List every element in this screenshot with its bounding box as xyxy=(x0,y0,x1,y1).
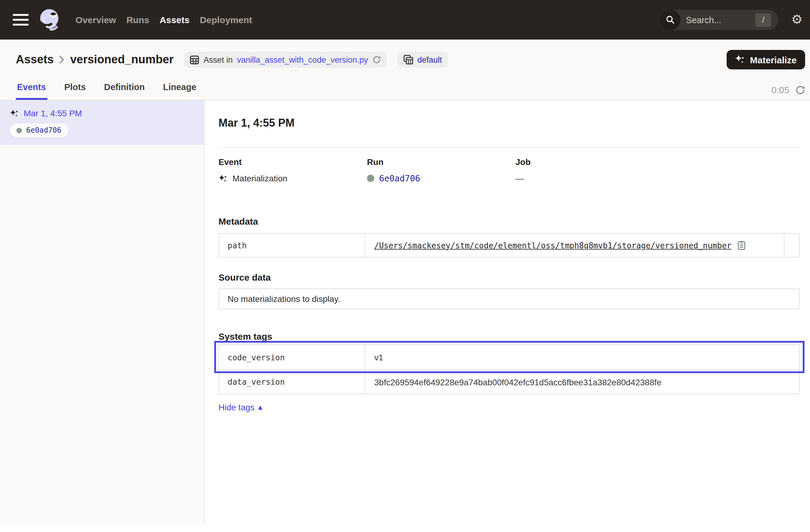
event-timestamp: Mar 1, 4:55 PM xyxy=(24,108,82,118)
hamburger-menu-icon[interactable] xyxy=(13,14,29,26)
page-title: versioned_number xyxy=(70,53,174,66)
tab-plots[interactable]: Plots xyxy=(63,82,87,100)
nav-menu: Overview Runs Assets Deployment xyxy=(76,15,252,25)
top-nav: Overview Runs Assets Deployment / ⚙ xyxy=(0,0,810,39)
source-data-heading: Source data xyxy=(218,272,800,283)
event-type-label: Materialization xyxy=(232,174,288,183)
hide-tags-link[interactable]: Hide tags ▲ xyxy=(218,402,262,412)
repo-icon xyxy=(404,55,413,65)
materialization-sparkle-icon xyxy=(218,174,228,183)
chevron-right-icon xyxy=(59,55,65,64)
run-id-link[interactable]: 6e0ad706 xyxy=(379,174,420,183)
metadata-section: Metadata path /Users/smackesey/stm/code/… xyxy=(218,216,800,257)
run-status-dot xyxy=(367,175,374,182)
breadcrumb-assets-link[interactable]: Assets xyxy=(16,53,54,66)
tag-key-cell: code_version xyxy=(219,345,365,370)
system-tags-heading: System tags xyxy=(218,331,800,341)
table-row: code_version v1 xyxy=(219,345,799,370)
tag-value-cell: 3bfc269594ef649228e9a74bab00f042efc91d5a… xyxy=(365,370,799,394)
search-icon xyxy=(660,10,680,30)
job-column-header: Job xyxy=(516,157,800,167)
event-column-header: Event xyxy=(218,157,367,167)
caret-up-icon: ▲ xyxy=(258,404,262,410)
run-status-dot xyxy=(16,128,22,133)
source-data-section: Source data No materializations to displ… xyxy=(218,272,800,309)
tab-bar: Events Plots Definition Lineage 0:05 xyxy=(0,72,810,100)
refresh-icon[interactable] xyxy=(795,85,805,95)
tag-key-cell: data_version xyxy=(219,370,365,394)
system-tags-section: System tags code_version v1 data_version… xyxy=(218,331,800,413)
event-type-value: Materialization xyxy=(218,174,367,183)
run-column-header: Run xyxy=(367,157,516,167)
tab-lineage[interactable]: Lineage xyxy=(162,82,198,100)
refresh-countdown: 0:05 xyxy=(772,85,789,95)
materialize-button[interactable]: Materialize xyxy=(727,50,805,69)
metadata-heading: Metadata xyxy=(218,216,800,226)
event-detail-panel: Mar 1, 4:55 PM Event Run Job Materializa… xyxy=(205,100,810,523)
divider xyxy=(218,147,800,148)
job-value: — xyxy=(516,174,800,183)
sparkle-icon xyxy=(735,55,745,65)
nav-item-assets[interactable]: Assets xyxy=(159,15,189,25)
nav-item-runs[interactable]: Runs xyxy=(126,15,149,25)
run-value: 6e0ad706 xyxy=(367,174,516,183)
materialize-label: Materialize xyxy=(750,54,797,65)
run-id-label: 6e0ad706 xyxy=(26,126,62,134)
source-data-empty-message: No materializations to display. xyxy=(218,289,800,309)
materialization-sparkle-icon xyxy=(10,109,19,118)
page-header: Assets versioned_number Asset in vanilla… xyxy=(0,39,810,100)
search-shortcut-key: / xyxy=(755,13,771,27)
tag-value-cell: v1 xyxy=(365,345,799,370)
path-link[interactable]: /Users/smackesey/stm/code/elementl/oss/t… xyxy=(374,241,731,250)
search-box[interactable]: / xyxy=(660,10,778,30)
event-list-sidebar: Mar 1, 4:55 PM 6e0ad706 xyxy=(0,100,205,523)
metadata-expand-cell xyxy=(784,234,799,257)
asset-file-link[interactable]: vanilla_asset_with_code_version.py xyxy=(237,55,368,64)
reload-definition-icon[interactable] xyxy=(372,55,381,64)
event-summary: Event Run Job Materialization 6e xyxy=(218,157,800,183)
metadata-table: path /Users/smackesey/stm/code/elementl/… xyxy=(218,233,800,257)
tab-events[interactable]: Events xyxy=(16,82,47,100)
metadata-key-cell: path xyxy=(219,234,365,257)
app-window: Overview Runs Assets Deployment / ⚙ Asse… xyxy=(0,0,810,532)
nav-item-overview[interactable]: Overview xyxy=(76,15,116,25)
event-list-item[interactable]: Mar 1, 4:55 PM 6e0ad706 xyxy=(0,100,204,145)
system-tags-table: code_version v1 data_version 3bfc269594e… xyxy=(218,344,800,394)
metadata-value-cell: /Users/smackesey/stm/code/elementl/oss/t… xyxy=(365,234,784,257)
table-row: data_version 3bfc269594ef649228e9a74bab0… xyxy=(219,370,799,394)
auto-refresh-timer: 0:05 xyxy=(772,85,806,100)
breadcrumb: Assets versioned_number Asset in vanilla… xyxy=(0,47,810,72)
event-detail-heading: Mar 1, 4:55 PM xyxy=(218,117,800,130)
run-id-chip[interactable]: 6e0ad706 xyxy=(10,124,68,137)
tab-definition[interactable]: Definition xyxy=(103,82,146,100)
asset-table-icon xyxy=(190,55,199,64)
asset-in-label: Asset in xyxy=(204,55,233,64)
table-row: path /Users/smackesey/stm/code/elementl/… xyxy=(219,234,799,257)
asset-definition-badge: Asset in vanilla_asset_with_code_version… xyxy=(184,52,387,68)
copy-clipboard-icon[interactable] xyxy=(737,240,746,250)
dagster-logo-icon[interactable] xyxy=(36,7,62,33)
hide-tags-label: Hide tags xyxy=(218,402,254,412)
repo-location-badge[interactable]: default xyxy=(398,52,448,68)
search-input[interactable] xyxy=(680,15,755,25)
repo-name-link[interactable]: default xyxy=(418,55,442,64)
settings-gear-icon[interactable]: ⚙ xyxy=(791,13,803,26)
nav-item-deployment[interactable]: Deployment xyxy=(200,15,252,25)
